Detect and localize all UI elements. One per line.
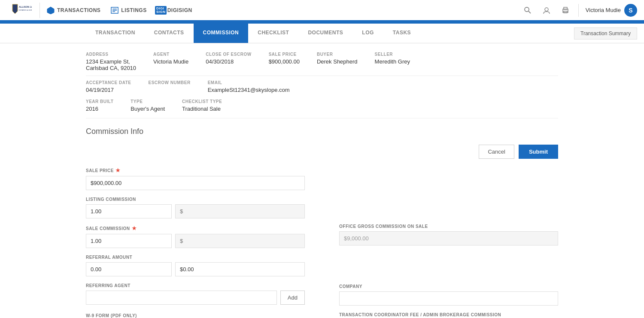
address-label: ADDRESS [86, 52, 136, 57]
agent-label: AGENT [153, 52, 188, 57]
sale-commission-label: SALE COMMISSION ★ [86, 225, 305, 231]
sale-commission-inputs [86, 234, 305, 248]
tabs-right-area: Transaction Summary [420, 24, 644, 43]
svg-line-12 [529, 11, 531, 13]
tab-tasks[interactable]: TASKS [383, 24, 420, 43]
form-actions: Cancel Submit [86, 145, 558, 159]
listing-commission-field-group: LISTING COMMISSION [86, 197, 305, 218]
tabs-wrapper: TRANSACTION CONTACTS COMMISSION CHECKLIS… [0, 24, 644, 43]
sale-commission-field-group: SALE COMMISSION ★ [86, 225, 305, 248]
company-field-group: COMPANY [339, 284, 558, 306]
referral-amount-inputs [86, 262, 305, 276]
property-info-row3: YEAR BUILT 2016 TYPE Buyer's Agent CHECK… [86, 97, 558, 118]
tab-transaction[interactable]: TRANSACTION [86, 24, 145, 43]
agent-group: AGENT Victoria Mudie [153, 52, 188, 71]
transactions-label: TRANSACTIONS [57, 7, 100, 13]
close-escrow-label: CLOSE OF ESCROW [206, 52, 251, 57]
form-right-column: OFFICE GROSS COMMISSION ON SALE COMPANY … [339, 167, 558, 318]
referral-amount-label: REFERRAL AMOUNT [86, 255, 305, 260]
user-icon[interactable] [541, 4, 553, 16]
svg-rect-15 [564, 7, 567, 9]
office-gross-commission-field-group: OFFICE GROSS COMMISSION ON SALE [339, 224, 558, 245]
submit-button[interactable]: Submit [519, 145, 558, 159]
nav-digisign[interactable]: DIGISIGN DIGISIGN [157, 5, 192, 16]
tab-checklist[interactable]: CHECKLIST [248, 24, 298, 43]
acceptance-date-label: ACCEPTANCE DATE [86, 80, 131, 85]
checklist-type-label: CHECKLIST TYPE [182, 99, 222, 104]
print-icon[interactable] [559, 4, 571, 16]
tc-fee-label: TRANSACTION COORDINATOR FEE / ADMIN BROK… [339, 312, 558, 317]
digisign-icon: DIGISIGN [157, 6, 165, 14]
commission-form-grid: SALE PRICE ★ LISTING COMMISSION [86, 167, 558, 318]
seller-value: Meredith Grey [375, 58, 410, 65]
tc-fee-field-group: TRANSACTION COORDINATOR FEE / ADMIN BROK… [339, 312, 558, 318]
checklist-type-group: CHECKLIST TYPE Traditional Sale [182, 99, 222, 112]
listing-commission-dollar-input[interactable] [175, 204, 305, 218]
svg-point-13 [545, 8, 548, 11]
sale-price-info-value: $900,000.00 [269, 58, 300, 65]
user-area[interactable]: Victoria Mudie S [578, 4, 637, 17]
nav-transactions[interactable]: TRANSACTIONS [47, 5, 100, 16]
sale-commission-dollar-input[interactable] [175, 234, 305, 248]
svg-text:ALLISON JAMES: ALLISON JAMES [19, 6, 32, 8]
close-escrow-group: CLOSE OF ESCROW 04/30/2018 [206, 52, 251, 71]
property-info-row2: ACCEPTANCE DATE 04/19/2017 ESCROW NUMBER… [86, 76, 558, 97]
user-name: Victoria Mudie [586, 7, 621, 13]
cancel-button[interactable]: Cancel [479, 145, 514, 159]
user-avatar: S [624, 4, 637, 17]
tabs-inner: TRANSACTION CONTACTS COMMISSION CHECKLIS… [86, 24, 420, 43]
tab-contacts[interactable]: CONTACTS [145, 24, 194, 43]
year-built-label: YEAR BUILT [86, 99, 113, 104]
sale-price-info-label: SALE PRICE [269, 52, 300, 57]
search-icon[interactable] [522, 4, 534, 16]
agent-value: Victoria Mudie [153, 58, 188, 65]
commission-section: Commission Info Cancel Submit SALE PRICE… [86, 118, 558, 318]
type-group: TYPE Buyer's Agent [131, 99, 165, 112]
digisign-label: DIGISIGN [167, 7, 192, 13]
referring-agent-row: Add [86, 291, 305, 305]
sale-commission-percent-input[interactable] [86, 234, 172, 248]
company-input[interactable] [339, 291, 558, 306]
email-value: ExampleSt12341@skyslope.com [208, 87, 290, 93]
type-label: TYPE [131, 99, 165, 104]
sale-price-field-label: SALE PRICE ★ [86, 167, 305, 173]
nav-items: TRANSACTIONS LISTINGS DIGISIGN DIGISIGN [47, 5, 522, 16]
w9-form-label: W-9 FORM (PDF ONLY) [86, 313, 305, 318]
seller-label: SELLER [375, 52, 410, 57]
user-initial: S [629, 7, 632, 14]
type-value: Buyer's Agent [131, 106, 165, 112]
nav-listings[interactable]: LISTINGS [111, 5, 146, 16]
listings-icon [111, 6, 118, 14]
referring-agent-input[interactable] [86, 291, 277, 305]
referral-amount-input[interactable] [86, 262, 172, 276]
tab-documents[interactable]: DOCUMENTS [298, 24, 352, 43]
sale-price-info-group: SALE PRICE $900,000.00 [269, 52, 300, 71]
commission-title: Commission Info [86, 127, 558, 136]
logo-area[interactable]: ALLISON JAMES ESTATES & HOMES [7, 3, 40, 18]
form-left-column: SALE PRICE ★ LISTING COMMISSION [86, 167, 305, 318]
address-group: ADDRESS 1234 Example St,Carlsbad CA, 920… [86, 52, 136, 71]
referral-amount-field-group: REFERRAL AMOUNT [86, 255, 305, 276]
sale-commission-required: ★ [132, 225, 137, 231]
year-built-group: YEAR BUILT 2016 [86, 99, 113, 112]
sale-price-input[interactable] [86, 176, 305, 190]
transaction-summary-button[interactable]: Transaction Summary [574, 27, 637, 39]
buyer-group: BUYER Derek Shepherd [317, 52, 358, 71]
close-escrow-value: 04/30/2018 [206, 58, 251, 65]
sale-price-required: ★ [115, 167, 121, 173]
referral-dollar-input[interactable] [175, 262, 305, 276]
email-label: EMAIL [208, 80, 290, 85]
office-gross-commission-input [339, 231, 558, 245]
email-group: EMAIL ExampleSt12341@skyslope.com [208, 80, 290, 93]
tab-commission[interactable]: COMMISSION [194, 24, 249, 43]
acceptance-date-group: ACCEPTANCE DATE 04/19/2017 [86, 80, 131, 93]
buyer-label: BUYER [317, 52, 358, 57]
nav-right-actions: Victoria Mudie S [522, 4, 637, 17]
add-referring-agent-button[interactable]: Add [280, 291, 305, 305]
tab-log[interactable]: LOG [352, 24, 383, 43]
content-area: ADDRESS 1234 Example St,Carlsbad CA, 920… [0, 43, 644, 318]
listing-commission-label: LISTING COMMISSION [86, 197, 305, 202]
listing-commission-percent-input[interactable] [86, 204, 172, 218]
transactions-icon [47, 6, 55, 14]
sale-price-field-group: SALE PRICE ★ [86, 167, 305, 190]
